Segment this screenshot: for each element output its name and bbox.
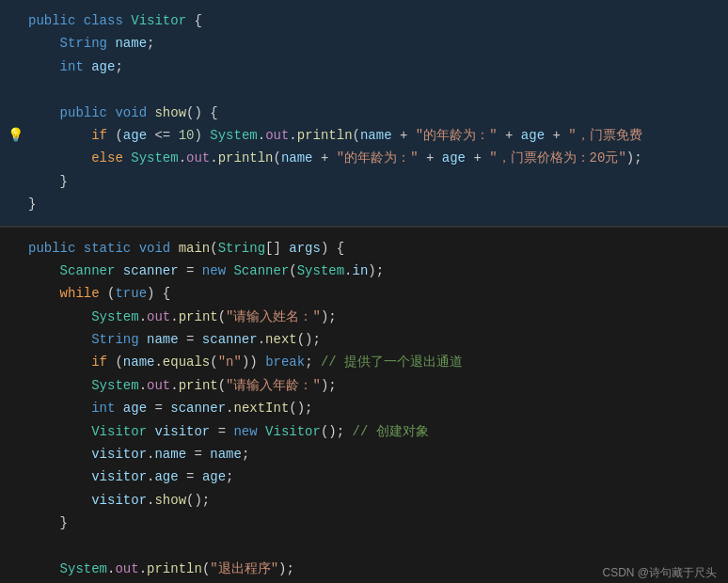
field-age: age: [91, 56, 115, 77]
bottom-code-section: public static void main(String[] args) {…: [0, 228, 728, 583]
code-line-if-break: if (name.equals("n")) break; // 提供了一个退出通…: [0, 351, 728, 373]
field-name: name: [115, 33, 147, 54]
keyword-public: public: [28, 10, 84, 31]
keyword-else: else: [91, 148, 131, 168]
code-line-int-age: int age;: [0, 55, 728, 78]
keyword-if: if: [91, 125, 115, 146]
code-line-close-show: }: [0, 170, 728, 193]
code-line-blank1: [0, 78, 728, 101]
keyword-public2: public: [28, 102, 115, 123]
code-line-close-while: }: [0, 512, 728, 534]
code-line-show-decl: public void show() {: [0, 102, 728, 124]
code-line-else: else System.out.println(name + "的年龄为：" +…: [0, 147, 728, 169]
keyword-class: class: [84, 10, 131, 31]
code-editor: public class Visitor { String name; int …: [0, 0, 728, 583]
code-line-visitor-age: visitor.age = age;: [0, 465, 728, 488]
top-code-section: public class Visitor { String name; int …: [0, 0, 728, 226]
keyword-void: void: [115, 102, 154, 123]
code-line-scanner: Scanner scanner = new Scanner(System.in)…: [0, 260, 728, 282]
debug-indicator: 💡: [8, 125, 24, 146]
code-line-name-scan: String name = scanner.next();: [0, 328, 728, 351]
code-line-close-class: }: [0, 193, 728, 215]
code-line-visitor-show: visitor.show();: [0, 489, 728, 512]
code-line-print-age: System.out.print("请输入年龄：");: [0, 374, 728, 397]
code-line-blank2: [0, 535, 728, 558]
watermark-text: CSDN @诗句藏于尺头: [602, 564, 717, 582]
code-line-age-scan: int age = scanner.nextInt();: [0, 397, 728, 419]
keyword-int: int: [28, 56, 91, 77]
code-line-visitor-name: visitor.name = name;: [0, 443, 728, 465]
punct-open: {: [186, 10, 202, 31]
code-line-visitor-new: Visitor visitor = new Visitor(); // 创建对象: [0, 420, 728, 443]
code-line-main: public static void main(String[] args) {: [0, 237, 728, 260]
keyword-string: String: [28, 33, 115, 54]
method-show: show: [154, 102, 186, 123]
code-line-while: while (true) {: [0, 282, 728, 305]
code-line-string-name: String name;: [0, 32, 728, 55]
class-name-visitor: Visitor: [131, 10, 186, 31]
code-line-if: 💡 if (age <= 10) System.out.println(name…: [0, 124, 728, 147]
code-line-print-name: System.out.print("请输入姓名：");: [0, 306, 728, 328]
code-line-class-decl: public class Visitor {: [0, 9, 728, 32]
